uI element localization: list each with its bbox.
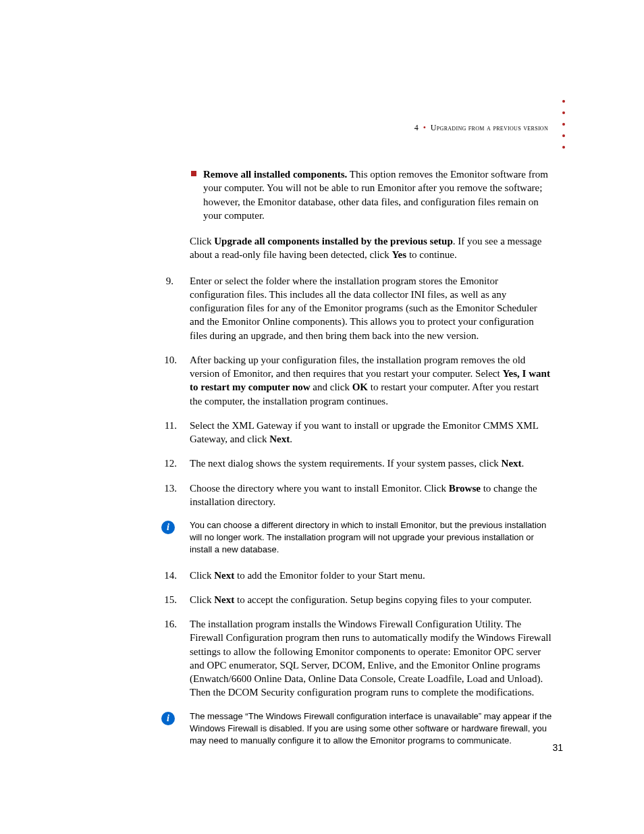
page: 4 • Upgrading from a previous version Re… (0, 0, 644, 834)
running-header: 4 • Upgrading from a previous version (414, 122, 548, 133)
step-9: Enter or select the folder where the ins… (178, 274, 552, 342)
chapter-title: Upgrading from a previous version (431, 123, 548, 132)
step-10: After backing up your configuration file… (178, 353, 552, 408)
step-12: The next dialog shows the system require… (178, 457, 552, 470)
step-14: Click Next to add the Emonitor folder to… (178, 569, 552, 582)
note-directory: You can choose a different directory in … (178, 519, 552, 556)
step-11: Select the XML Gateway if you want to in… (178, 419, 552, 446)
page-number: 31 (552, 741, 563, 754)
numbered-steps-cont: Click Next to add the Emonitor folder to… (178, 569, 552, 700)
dot-icon (562, 123, 565, 126)
step-15: Click Next to accept the configuration. … (178, 593, 552, 606)
info-icon (161, 521, 175, 534)
bullet-lead: Remove all installed components. (203, 169, 347, 180)
decorative-dots (562, 100, 565, 149)
chapter-number: 4 (414, 123, 419, 132)
body-content: Remove all installed components. This op… (178, 167, 552, 759)
bullet-item-remove: Remove all installed components. This op… (178, 167, 552, 222)
click-upgrade-para: Click Upgrade all components installed b… (178, 234, 552, 262)
dot-icon (562, 111, 565, 114)
dot-icon (562, 100, 565, 103)
bullet-icon: • (423, 123, 426, 132)
numbered-steps: Enter or select the folder where the ins… (178, 274, 552, 509)
dot-icon (562, 134, 565, 137)
dot-icon (562, 146, 565, 149)
step-13: Choose the directory where you want to i… (178, 481, 552, 509)
step-16: The installation program installs the Wi… (178, 617, 552, 700)
square-bullet-icon (191, 171, 196, 176)
info-icon (161, 712, 175, 725)
note-firewall: The message “The Windows Firewall config… (178, 710, 552, 748)
